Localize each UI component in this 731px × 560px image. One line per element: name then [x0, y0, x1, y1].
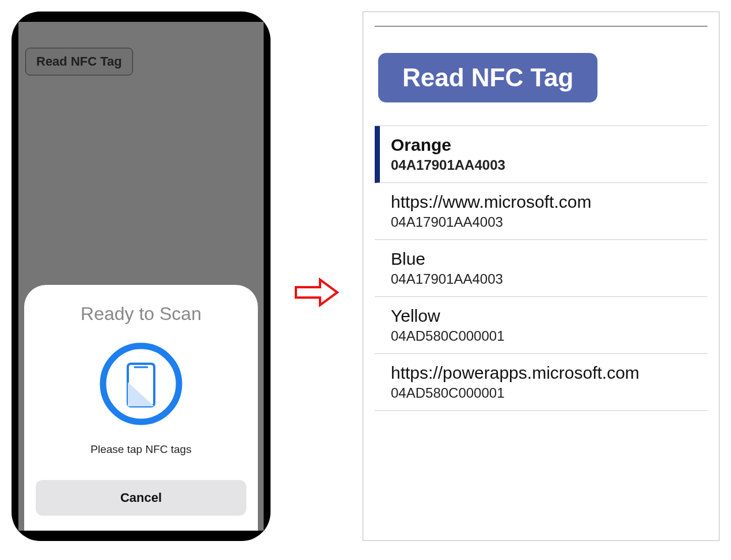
list-item[interactable]: https://www.microsoft.com 04A17901AA4003 [375, 183, 707, 240]
sheet-title: Ready to Scan [36, 303, 246, 325]
list-item[interactable]: Orange 04A17901AA4003 [375, 126, 707, 183]
read-nfc-tag-button[interactable]: Read NFC Tag [378, 53, 597, 102]
tag-list: Orange 04A17901AA4003 https://www.micros… [375, 125, 707, 411]
phone-screen: Read NFC Tag Ready to Scan Please tap NF… [18, 22, 264, 531]
list-item-subtitle: 04AD580C000001 [391, 328, 705, 344]
list-item-title: Orange [391, 135, 705, 155]
list-item-subtitle: 04A17901AA4003 [391, 214, 705, 230]
list-item-title: https://www.microsoft.com [391, 192, 705, 212]
svg-point-0 [103, 346, 179, 422]
divider [375, 26, 707, 26]
list-item-subtitle: 04AD580C000001 [391, 385, 705, 401]
sheet-subtitle: Please tap NFC tags [36, 443, 246, 456]
list-item-title: Blue [391, 249, 705, 269]
list-item[interactable]: Yellow 04AD580C000001 [375, 297, 707, 354]
list-item[interactable]: Blue 04A17901AA4003 [375, 240, 707, 297]
arrow-icon [294, 277, 340, 310]
list-item-title: Yellow [391, 306, 705, 326]
nfc-scan-icon [36, 341, 246, 427]
list-item-title: https://powerapps.microsoft.com [391, 363, 705, 383]
cancel-button[interactable]: Cancel [36, 480, 246, 516]
phone-frame: Read NFC Tag Ready to Scan Please tap NF… [12, 12, 271, 541]
results-panel: Read NFC Tag Orange 04A17901AA4003 https… [363, 12, 719, 541]
scan-sheet: Ready to Scan Please tap NFC tags Cancel [24, 285, 258, 531]
list-item-subtitle: 04A17901AA4003 [391, 157, 705, 173]
list-item-subtitle: 04A17901AA4003 [391, 271, 705, 287]
list-item[interactable]: https://powerapps.microsoft.com 04AD580C… [375, 354, 707, 411]
